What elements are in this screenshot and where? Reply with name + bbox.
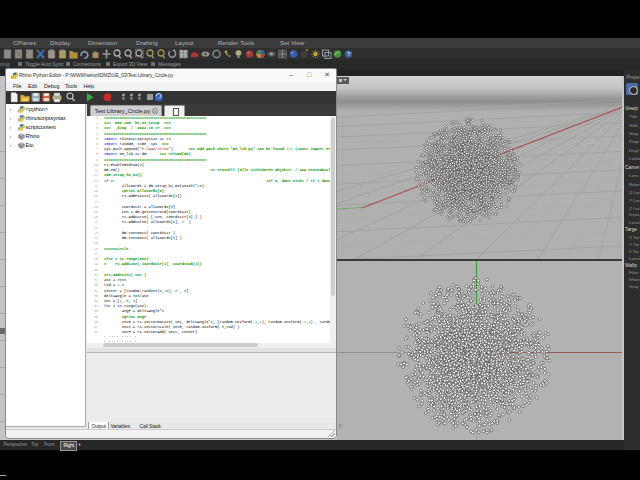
svg-text:?: ? [347,51,351,57]
